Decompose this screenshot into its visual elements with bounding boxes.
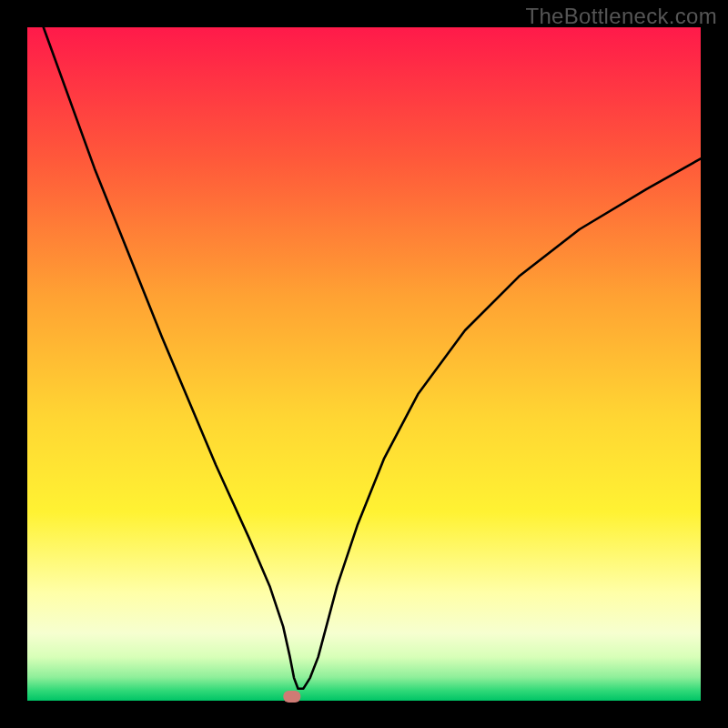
optimal-marker — [283, 691, 300, 703]
plot-background — [27, 27, 701, 701]
bottleneck-chart — [0, 0, 728, 728]
watermark-text: TheBottleneck.com — [525, 4, 717, 29]
chart-frame: TheBottleneck.com — [0, 0, 728, 728]
